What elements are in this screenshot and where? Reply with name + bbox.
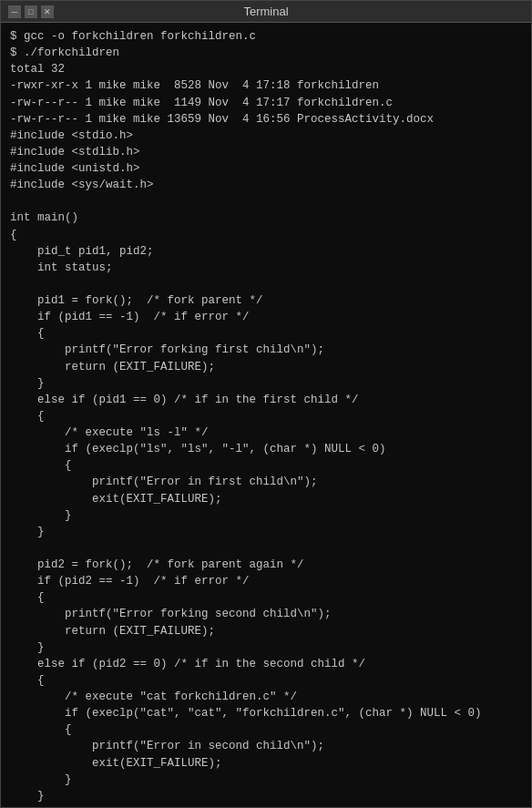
minimize-button[interactable]: ─ — [8, 5, 21, 18]
terminal-window: ─ □ ✕ Terminal $ gcc -o forkchildren for… — [0, 0, 532, 808]
close-button[interactable]: ✕ — [41, 5, 54, 18]
maximize-button[interactable]: □ — [25, 5, 37, 18]
titlebar: ─ □ ✕ Terminal — [1, 1, 531, 23]
titlebar-controls: ─ □ ✕ — [8, 5, 54, 18]
window-title: Terminal — [243, 5, 288, 18]
terminal-output[interactable]: $ gcc -o forkchildren forkchildren.c $ .… — [1, 23, 531, 807]
